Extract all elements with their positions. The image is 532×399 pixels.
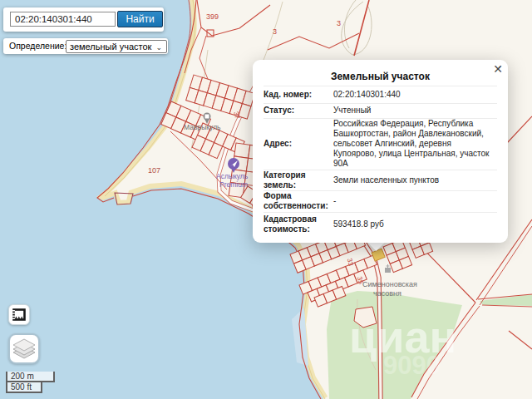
svg-text:Сименоновская: Сименоновская: [362, 280, 417, 288]
svg-text:Premium: Premium: [219, 180, 248, 189]
svg-text:3: 3: [337, 19, 341, 27]
svg-text:399: 399: [206, 12, 219, 21]
svg-text:Аслыкуль: Аслыкуль: [216, 172, 249, 180]
svg-text:9090: 9090: [383, 351, 441, 380]
svg-text:Маврыкуль: Маврыкуль: [184, 123, 221, 131]
svg-text:часовня: часовня: [373, 289, 401, 298]
svg-text:107: 107: [148, 166, 160, 175]
svg-text:3: 3: [273, 27, 277, 36]
